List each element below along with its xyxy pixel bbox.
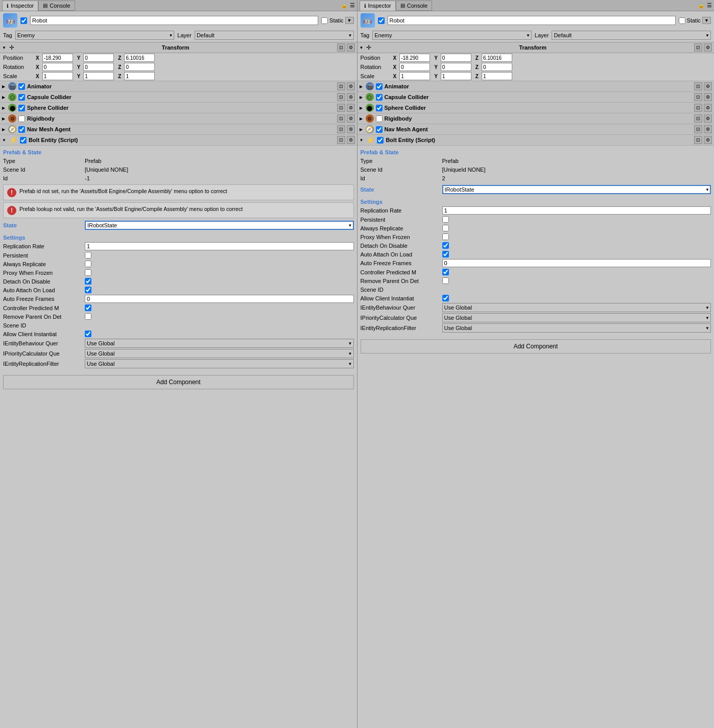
add-component-button[interactable]: Add Component [361,339,711,354]
component-row-animator[interactable]: ▶🎬Animator⊡⚙ [358,81,715,91]
settings-checkbox-1[interactable] [442,216,449,223]
settings-checkbox-2[interactable] [442,225,449,231]
settings-checkbox-3[interactable] [442,233,449,240]
component-0-enabled-checkbox[interactable] [18,83,25,90]
component-3-settings-btn[interactable]: ⚙ [704,114,712,123]
tab-console[interactable]: ▤Console [396,1,432,11]
component-3-ref-btn[interactable]: ⊡ [694,114,702,123]
layer-select[interactable]: Default [552,31,711,40]
static-dropdown-arrow[interactable]: ▼ [702,17,711,24]
component-0-settings-btn[interactable]: ⚙ [347,82,355,90]
settings-select-13[interactable]: Use Global [442,323,711,333]
component-3-enabled-checkbox[interactable] [376,115,383,122]
navmesh-ref-btn[interactable]: ⊡ [694,125,702,133]
object-name-input[interactable] [30,16,318,25]
settings-select-12[interactable]: Use Global [442,313,711,322]
object-enabled-checkbox[interactable] [20,17,27,24]
nav-mesh-agent-row[interactable]: ▶ 🧭 Nav Mesh Agent ⊡ ⚙ [358,124,715,134]
component-row-capsule-collider[interactable]: ▶⬡Capsule Collider⊡⚙ [358,91,715,102]
static-checkbox[interactable] [321,17,328,24]
bolt-ref-btn[interactable]: ⊡ [337,136,345,144]
transform-rotation-z-input[interactable] [124,63,155,71]
bolt-enabled-checkbox[interactable] [377,137,384,144]
component-2-ref-btn[interactable]: ⊡ [337,104,345,112]
settings-input-6[interactable] [85,295,354,303]
component-1-ref-btn[interactable]: ⊡ [337,93,345,101]
component-1-enabled-checkbox[interactable] [376,94,383,101]
bolt-ref-btn[interactable]: ⊡ [694,136,702,144]
component-row-capsule-collider[interactable]: ▶⬡Capsule Collider⊡⚙ [0,91,357,102]
lock-icon[interactable]: 🔒 [341,2,348,9]
settings-checkbox-10[interactable] [442,295,449,301]
transform-settings-btn[interactable]: ⚙ [704,43,712,52]
transform-rotation-z-input[interactable] [482,63,512,71]
menu-icon[interactable]: ☰ [707,2,712,9]
component-1-enabled-checkbox[interactable] [18,94,25,101]
static-dropdown-arrow[interactable]: ▼ [345,17,354,24]
navmesh-enabled-checkbox[interactable] [376,126,383,133]
transform-scale-x-input[interactable] [399,72,430,80]
transform-scale-z-input[interactable] [124,72,155,80]
settings-select-11[interactable]: Use Global [442,303,711,312]
component-row-rigidbody[interactable]: ▶⚙Rigidbody⊡⚙ [0,113,357,124]
transform-position-y-input[interactable] [441,54,471,62]
settings-checkbox-5[interactable] [442,251,449,257]
component-3-enabled-checkbox[interactable] [18,115,25,122]
component-2-ref-btn[interactable]: ⊡ [694,104,702,112]
transform-settings-btn[interactable]: ⚙ [347,43,355,52]
tag-select[interactable]: Enemy [372,31,532,40]
component-1-ref-btn[interactable]: ⊡ [694,93,702,101]
state-select[interactable]: IRobotState [442,185,711,194]
component-2-settings-btn[interactable]: ⚙ [347,104,355,112]
transform-ref-btn[interactable]: ⊡ [337,43,345,52]
settings-select-12[interactable]: Use Global [85,349,354,358]
settings-checkbox-3[interactable] [85,269,91,276]
settings-checkbox-2[interactable] [85,261,91,267]
transform-scale-y-input[interactable] [441,72,471,80]
object-name-input[interactable] [388,16,676,25]
settings-select-11[interactable]: Use Global [85,339,354,348]
tab-inspector[interactable]: ℹInspector [2,1,38,11]
settings-checkbox-10[interactable] [85,331,91,337]
transform-position-y-input[interactable] [83,54,114,62]
bolt-enabled-checkbox[interactable] [20,137,27,144]
settings-checkbox-5[interactable] [85,287,91,293]
component-0-ref-btn[interactable]: ⊡ [694,82,702,90]
transform-position-x-input[interactable] [399,54,430,62]
layer-select[interactable]: Default [195,31,354,40]
bolt-entity-header[interactable]: ▼ ⚡ Bolt Entity (Script) ⊡ ⚙ [0,134,357,146]
transform-position-x-input[interactable] [42,54,73,62]
transform-section-header[interactable]: ▼ ✛ Transform ⊡ ⚙ [0,42,357,53]
tab-inspector[interactable]: ℹInspector [360,1,396,11]
settings-checkbox-7[interactable] [85,304,91,311]
tab-console[interactable]: ▤Console [38,1,75,11]
bolt-settings-btn[interactable]: ⚙ [347,136,355,144]
settings-checkbox-4[interactable] [442,242,449,249]
menu-icon[interactable]: ☰ [350,2,355,9]
component-0-settings-btn[interactable]: ⚙ [704,82,712,90]
transform-ref-btn[interactable]: ⊡ [694,43,702,52]
settings-input-0[interactable] [85,242,354,250]
state-select[interactable]: IRobotState [85,221,354,230]
bolt-entity-header[interactable]: ▼ ⚡ Bolt Entity (Script) ⊡ ⚙ [358,134,715,146]
settings-checkbox-4[interactable] [85,278,91,285]
component-3-ref-btn[interactable]: ⊡ [337,114,345,123]
component-2-settings-btn[interactable]: ⚙ [704,104,712,112]
transform-position-z-input[interactable] [482,54,512,62]
transform-rotation-x-input[interactable] [42,63,73,71]
component-row-rigidbody[interactable]: ▶⚙Rigidbody⊡⚙ [358,113,715,124]
settings-input-6[interactable] [442,259,711,267]
settings-input-0[interactable] [442,206,711,215]
transform-position-z-input[interactable] [124,54,155,62]
settings-checkbox-8[interactable] [85,313,91,320]
transform-scale-z-input[interactable] [482,72,512,80]
component-2-enabled-checkbox[interactable] [18,105,25,111]
bolt-settings-btn[interactable]: ⚙ [704,136,712,144]
component-row-animator[interactable]: ▶🎬Animator⊡⚙ [0,81,357,91]
component-row-sphere-collider[interactable]: ▶⬤Sphere Collider⊡⚙ [358,102,715,113]
settings-select-13[interactable]: Use Global [85,359,354,368]
transform-scale-y-input[interactable] [83,72,114,80]
transform-rotation-x-input[interactable] [399,63,430,71]
transform-rotation-y-input[interactable] [441,63,471,71]
static-checkbox[interactable] [679,17,685,24]
